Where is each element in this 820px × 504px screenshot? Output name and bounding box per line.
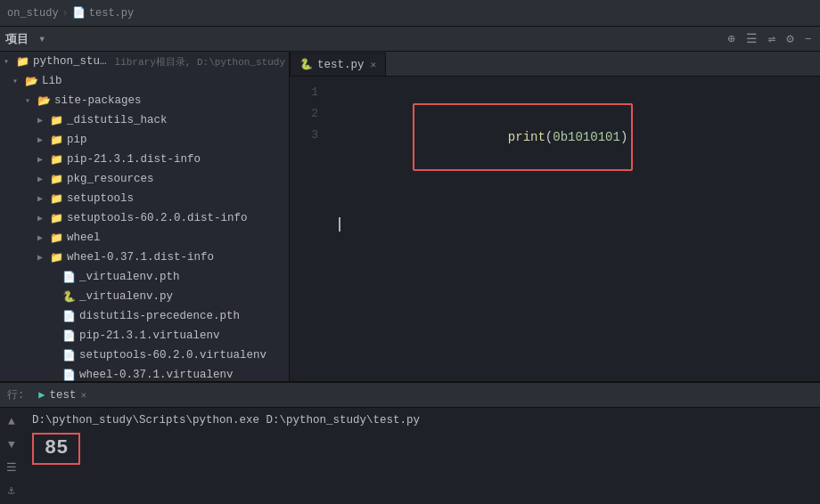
line-num-1: 1: [290, 82, 318, 103]
tab-label: test.py: [317, 59, 365, 71]
editor-tab-test[interactable]: 🐍 test.py ✕: [290, 53, 386, 76]
pkg-resources-label: pkg_resources: [67, 173, 154, 185]
scroll-down-icon[interactable]: ▼: [2, 435, 21, 454]
toolbar-minimize-icon[interactable]: –: [802, 29, 815, 48]
wheel-folder-icon: 📁: [50, 232, 64, 245]
pip-arrow: ▶: [37, 134, 50, 145]
literal-binary: 0b1010101: [553, 130, 620, 144]
wheel-label: wheel: [67, 232, 101, 244]
breadcrumb-file: test.py: [89, 7, 134, 20]
wheel-virtualenv-label: wheel-0.37.1.virtualenv: [79, 369, 234, 381]
tree-item-distutils-pth[interactable]: ▶ 📄 distutils-precedence.pth: [0, 306, 289, 326]
row-label: 行:: [4, 387, 28, 402]
code-line-3: [338, 214, 809, 235]
pip-dist-label: pip-21.3.1.dist-info: [67, 153, 201, 166]
paren-close: ): [620, 130, 627, 144]
setuptools-label: setuptools: [67, 192, 134, 205]
code-highlight: print(0b1010101): [413, 103, 633, 171]
virtualenv-pth-file-icon: 📄: [62, 271, 77, 284]
tree-item-virtualenv-pth[interactable]: ▶ 📄 _virtualenv.pth: [0, 267, 289, 287]
wheel-dist-arrow: ▶: [37, 252, 50, 263]
code-line-1: print(0b1010101): [338, 82, 809, 192]
tree-item-pip-dist[interactable]: ▶ 📁 pip-21.3.1.dist-info: [0, 150, 289, 169]
virtualenv-py-file-icon: 🐍: [62, 290, 77, 304]
tree-item-lib[interactable]: ▾ 📂 Lib: [0, 71, 289, 91]
run-icon: ▶: [38, 388, 45, 402]
paren-open: (: [545, 130, 553, 144]
setuptools-virtualenv-file-icon: 📄: [62, 349, 77, 362]
bottom-tabs: 行: ▶ test ✕: [0, 383, 820, 408]
bottom-tab-close[interactable]: ✕: [80, 389, 86, 401]
pip-label: pip: [67, 134, 87, 146]
bottom-panel: 行: ▶ test ✕ ▲ ▼ ☰ ⚓ D:\python_study\Scri…: [0, 381, 820, 504]
toolbar-swap-icon[interactable]: ⇌: [766, 29, 778, 48]
tree-item-wheel-dist[interactable]: ▶ 📁 wheel-0.37.1.dist-info: [0, 248, 289, 267]
distutils-hack-arrow: ▶: [37, 115, 50, 126]
keyword-print: print: [508, 130, 545, 144]
output-value: 85: [32, 433, 80, 465]
toolbar-row: 项目 ▾ ⊕ ☰ ⇌ ⚙ –: [0, 27, 820, 52]
root-label: python_study: [33, 55, 110, 68]
distutils-pth-file-icon: 📄: [62, 310, 77, 323]
breadcrumb-sep: ›: [62, 7, 69, 20]
top-bar: on_study › 📄 test.py: [0, 0, 820, 27]
pip-virtualenv-file-icon: 📄: [62, 329, 77, 343]
anchor-icon[interactable]: ⚓: [2, 481, 21, 500]
tree-root[interactable]: ▾ 📁 python_study library根目录, D:\python_s…: [0, 52, 289, 71]
code-line-2: [338, 192, 809, 214]
wheel-dist-folder-icon: 📁: [50, 251, 64, 264]
toolbar-icons: ⊕ ☰ ⇌ ⚙ –: [725, 29, 815, 48]
root-folder-icon: 📁: [16, 55, 30, 69]
cmd-line: D:\python_study\Scripts\python.exe D:\py…: [32, 411, 420, 429]
tree-item-pip-virtualenv[interactable]: ▶ 📄 pip-21.3.1.virtualenv: [0, 326, 289, 345]
wheel-virtualenv-file-icon: 📄: [62, 369, 77, 382]
toolbar-list-icon[interactable]: ☰: [743, 29, 760, 48]
pkg-resources-folder-icon: 📁: [50, 173, 64, 186]
wheel-arrow: ▶: [37, 232, 50, 243]
breadcrumb-project: on_study: [7, 7, 59, 20]
tree-item-wheel[interactable]: ▶ 📁 wheel: [0, 228, 289, 248]
lib-label: Lib: [42, 75, 62, 87]
tree-item-virtualenv-py[interactable]: ▶ 🐍 _virtualenv.py: [0, 287, 289, 306]
setuptools-arrow: ▶: [37, 193, 50, 204]
align-icon[interactable]: ☰: [2, 458, 21, 477]
distutils-hack-label: _distutils_hack: [67, 114, 168, 126]
bottom-panel-body: ▲ ▼ ☰ ⚓ D:\python_study\Scripts\python.e…: [0, 408, 820, 504]
wheel-dist-label: wheel-0.37.1.dist-info: [67, 251, 214, 264]
tree-item-pip[interactable]: ▶ 📁 pip: [0, 130, 289, 150]
tab-close-button[interactable]: ✕: [371, 59, 377, 70]
tree-item-site-packages[interactable]: ▾ 📂 site-packages: [0, 91, 289, 110]
tree-item-setuptools-dist[interactable]: ▶ 📁 setuptools-60.2.0.dist-info: [0, 208, 289, 228]
toolbar-settings-icon[interactable]: ⚙: [783, 29, 796, 48]
tree-item-setuptools-virtualenv[interactable]: ▶ 📄 setuptools-60.2.0.virtualenv: [0, 345, 289, 365]
tab-file-icon: 🐍: [299, 58, 313, 71]
tree-item-setuptools[interactable]: ▶ 📁 setuptools: [0, 189, 289, 208]
pip-dist-arrow: ▶: [37, 154, 50, 165]
line-num-2: 2: [290, 103, 318, 125]
scroll-up-icon[interactable]: ▲: [2, 411, 21, 431]
virtualenv-pth-label: _virtualenv.pth: [79, 271, 180, 283]
tree-item-distutils-hack[interactable]: ▶ 📁 _distutils_hack: [0, 110, 289, 130]
pip-virtualenv-label: pip-21.3.1.virtualenv: [79, 329, 220, 342]
project-label: 项目: [5, 31, 29, 47]
bottom-tab-test[interactable]: ▶ test ✕: [29, 385, 95, 406]
pip-folder-icon: 📁: [50, 134, 64, 147]
toolbar-add-icon[interactable]: ⊕: [725, 29, 737, 48]
bottom-left-icons: ▲ ▼ ☰ ⚓: [0, 408, 23, 504]
distutils-pth-label: distutils-precedence.pth: [79, 310, 240, 322]
root-arrow: ▾: [4, 56, 16, 67]
tree-item-pkg-resources[interactable]: ▶ 📁 pkg_resources: [0, 169, 289, 189]
line-num-3: 3: [290, 125, 318, 146]
root-sublabel: library根目录, D:\python_study: [115, 55, 285, 69]
toolbar-dropdown-icon[interactable]: ▾: [36, 29, 48, 48]
setuptools-virtualenv-label: setuptools-60.2.0.virtualenv: [79, 349, 266, 362]
panel-content: D:\python_study\Scripts\python.exe D:\py…: [23, 408, 429, 472]
lib-folder-icon: 📂: [25, 75, 39, 88]
site-packages-folder-icon: 📂: [37, 94, 52, 108]
editor-tabs: 🐍 test.py ✕: [290, 52, 820, 77]
site-packages-arrow: ▾: [25, 95, 37, 106]
setuptools-dist-arrow: ▶: [37, 213, 50, 224]
lib-arrow: ▾: [12, 76, 25, 86]
bottom-tab-label: test: [49, 389, 76, 402]
virtualenv-py-label: _virtualenv.py: [79, 290, 173, 303]
